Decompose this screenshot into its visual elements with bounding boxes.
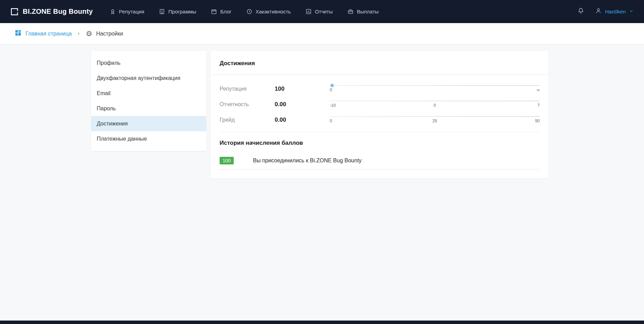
gear-icon: ⚙: [86, 30, 92, 37]
brand-logo-link[interactable]: BI.ZONE Bug Bounty: [10, 8, 93, 16]
nav-item-label: Выплаты: [357, 9, 379, 14]
points-badge: 100: [220, 157, 234, 164]
scale-min: 0: [330, 119, 332, 123]
reputation-icon: [109, 8, 116, 15]
footer-edge: [0, 321, 644, 324]
breadcrumb: Главная страница ⚙ Настройки: [0, 23, 644, 44]
metric-value: 100: [275, 85, 330, 92]
slider-scale: 0 ∞: [330, 88, 540, 92]
payouts-icon: [347, 8, 354, 15]
scale-mid: 0: [434, 103, 436, 108]
metric-label: Отчетность: [220, 101, 275, 108]
nav-item-label: Отчеты: [315, 9, 333, 14]
slider-track: [330, 116, 540, 117]
settings-menu-item-2fa[interactable]: Двухфакторная аутентификация: [91, 71, 206, 86]
nav-item-reports[interactable]: Отчеты: [305, 8, 333, 15]
metric-slider: 0 25 50: [330, 116, 540, 123]
slider-track: [330, 85, 540, 86]
main-nav: Репутация Программы Блог Хакактивность О…: [109, 8, 379, 15]
top-navbar: BI.ZONE Bug Bounty Репутация Программы Б…: [0, 0, 644, 23]
history-title: История начисления баллов: [220, 140, 540, 146]
notification-bell-icon[interactable]: [577, 7, 584, 16]
metric-row-reputation: Репутация 100 0 ∞: [220, 85, 540, 92]
nav-item-label: Блог: [220, 9, 231, 14]
main-content: Профиль Двухфакторная аутентификация Ema…: [91, 51, 644, 179]
metric-row-reporting: Отчетность 0.00 -10 0 7: [220, 101, 540, 108]
metric-label: Репутация: [220, 86, 275, 92]
nav-item-payouts[interactable]: Выплаты: [347, 8, 379, 15]
scale-mid: 25: [432, 119, 437, 123]
nav-item-programs[interactable]: Программы: [159, 8, 196, 15]
chevron-down-icon: [629, 9, 634, 15]
settings-menu-item-profile[interactable]: Профиль: [91, 55, 206, 71]
dashboard-grid-icon: [14, 29, 22, 38]
nav-item-label: Хакактивность: [256, 9, 291, 14]
panel-title: Достижения: [220, 60, 540, 67]
brand-text: BI.ZONE Bug Bounty: [23, 8, 93, 16]
nav-item-blog[interactable]: Блог: [211, 8, 231, 15]
history-row: 100 Вы присоединились к Bi.ZONE Bug Boun…: [220, 157, 540, 170]
scale-max: ∞: [537, 88, 540, 92]
nav-item-hackactivity[interactable]: Хакактивность: [246, 8, 291, 15]
bizone-logo-icon: [10, 8, 19, 16]
settings-menu-item-payment[interactable]: Платежные данные: [91, 131, 206, 146]
history-text: Вы присоединились к Bi.ZONE Bug Bounty: [253, 158, 362, 164]
breadcrumb-home-link[interactable]: Главная страница: [14, 29, 72, 38]
slider-dot: [330, 84, 334, 87]
hackactivity-icon: [246, 8, 253, 15]
nav-item-reputation[interactable]: Репутация: [109, 8, 144, 15]
settings-menu-item-email[interactable]: Email: [91, 86, 206, 101]
achievements-panel: Достижения Репутация 100 0 ∞ От: [211, 51, 549, 179]
programs-icon: [159, 8, 165, 15]
reports-icon: [305, 8, 312, 15]
scale-max: 50: [535, 119, 540, 123]
metric-value: 0.00: [275, 101, 330, 108]
settings-menu-item-password[interactable]: Пароль: [91, 101, 206, 116]
scale-min: -10: [330, 103, 336, 108]
slider-scale: 0 25 50: [330, 119, 540, 123]
settings-menu: Профиль Двухфакторная аутентификация Ema…: [91, 51, 206, 151]
metric-slider: -10 0 7: [330, 101, 540, 108]
user-icon: [595, 7, 602, 16]
section-divider: [220, 132, 540, 132]
slider-scale: -10 0 7: [330, 103, 540, 108]
user-name: Han0ken: [605, 9, 626, 14]
achievements-body: Репутация 100 0 ∞ Отчетность 0.00: [211, 75, 549, 179]
breadcrumb-current: ⚙ Настройки: [86, 30, 123, 37]
scale-max: 7: [537, 103, 540, 108]
settings-menu-item-achievements[interactable]: Достижения: [91, 116, 206, 131]
metric-label: Грейд: [220, 117, 275, 123]
metric-slider: 0 ∞: [330, 85, 540, 92]
chevron-right-icon: [76, 31, 81, 36]
blog-icon: [211, 8, 217, 15]
nav-item-label: Репутация: [119, 9, 144, 14]
breadcrumb-current-label: Настройки: [96, 31, 123, 37]
metric-value: 0.00: [275, 117, 330, 123]
achievements-header: Достижения: [211, 51, 549, 75]
breadcrumb-home-label: Главная страница: [25, 31, 72, 37]
scale-min: 0: [330, 88, 332, 92]
nav-item-label: Программы: [168, 9, 196, 14]
user-menu[interactable]: Han0ken: [595, 7, 634, 16]
navbar-right: Han0ken: [577, 7, 634, 16]
slider-track: [330, 101, 540, 101]
metric-row-grade: Грейд 0.00 0 25 50: [220, 116, 540, 123]
